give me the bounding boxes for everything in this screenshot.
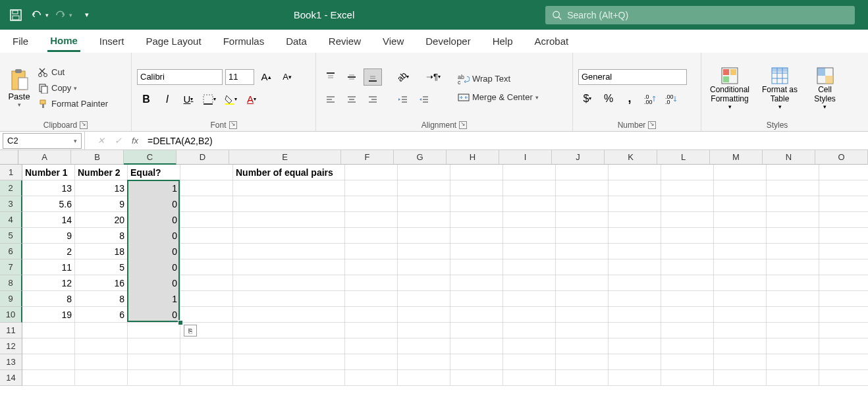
cell[interactable] <box>503 338 556 354</box>
cell[interactable] <box>819 180 868 196</box>
cell[interactable] <box>819 338 868 354</box>
tab-review[interactable]: Review <box>326 32 364 51</box>
row-header[interactable]: 9 <box>0 291 22 307</box>
cell[interactable] <box>450 370 503 386</box>
cell[interactable] <box>714 323 767 338</box>
save-icon[interactable] <box>7 6 25 24</box>
cell[interactable] <box>180 370 233 386</box>
cell[interactable] <box>714 244 767 259</box>
search-box[interactable] <box>545 6 855 24</box>
tab-page-layout[interactable]: Page Layout <box>143 32 203 51</box>
cut-button[interactable]: Cut <box>37 66 109 79</box>
fx-icon[interactable]: fx <box>126 136 144 146</box>
borders-button[interactable]: ▾ <box>200 91 219 108</box>
cell[interactable] <box>22 370 75 386</box>
select-all-corner[interactable] <box>0 150 18 165</box>
cell[interactable] <box>609 307 661 323</box>
cell[interactable] <box>233 275 345 291</box>
cell[interactable]: Number 2 <box>75 165 128 180</box>
cell[interactable] <box>503 275 556 291</box>
cell[interactable] <box>819 291 868 307</box>
row-header[interactable]: 1 <box>0 165 22 180</box>
increase-indent-icon[interactable] <box>415 91 433 108</box>
paste-button[interactable]: Paste ▾ <box>5 55 33 121</box>
cell[interactable] <box>714 354 767 370</box>
cell[interactable] <box>503 354 556 370</box>
cell[interactable] <box>345 354 398 370</box>
cell[interactable] <box>714 291 767 307</box>
font-dialog-launcher[interactable] <box>229 121 237 129</box>
cell[interactable] <box>819 370 868 386</box>
alignment-dialog-launcher[interactable] <box>459 121 467 129</box>
cell[interactable] <box>450 196 503 212</box>
cell[interactable] <box>180 212 233 228</box>
cell[interactable] <box>22 323 75 338</box>
cell[interactable] <box>450 180 503 196</box>
cell[interactable]: 8 <box>22 291 75 307</box>
cell[interactable] <box>345 291 398 307</box>
cell[interactable] <box>661 291 714 307</box>
cell[interactable] <box>556 275 609 291</box>
row-header[interactable]: 8 <box>0 275 22 291</box>
cell[interactable]: 0 <box>128 212 180 228</box>
row-header[interactable]: 3 <box>0 196 22 212</box>
cell[interactable] <box>609 165 661 180</box>
cell[interactable] <box>609 370 661 386</box>
cell[interactable] <box>450 244 503 259</box>
cell[interactable] <box>503 259 556 275</box>
cell[interactable] <box>398 165 450 180</box>
cell[interactable] <box>398 354 450 370</box>
accounting-format-icon[interactable]: $ ▾ <box>578 90 597 107</box>
font-color-button[interactable]: A▾ <box>242 91 261 108</box>
cell[interactable] <box>767 338 819 354</box>
cell[interactable]: 1 <box>128 291 180 307</box>
cell[interactable] <box>661 370 714 386</box>
cell[interactable] <box>180 338 233 354</box>
cell[interactable] <box>767 259 819 275</box>
autofill-options-icon[interactable]: ⎘ <box>184 325 197 337</box>
comma-format-icon[interactable]: , <box>620 90 639 107</box>
cell[interactable]: 12 <box>22 275 75 291</box>
cell[interactable] <box>345 370 398 386</box>
orientation-icon[interactable]: ab ▾ <box>394 68 412 86</box>
cell[interactable] <box>714 275 767 291</box>
cell[interactable] <box>345 228 398 244</box>
number-format-select[interactable] <box>578 69 687 85</box>
cell[interactable] <box>450 338 503 354</box>
cell[interactable] <box>661 323 714 338</box>
italic-button[interactable]: I <box>158 91 176 108</box>
row-header[interactable]: 12 <box>0 338 22 354</box>
cell[interactable] <box>345 196 398 212</box>
tab-home[interactable]: Home <box>47 31 80 52</box>
cell[interactable] <box>819 196 868 212</box>
decrease-font-icon[interactable]: A▾ <box>278 68 296 86</box>
cell[interactable] <box>180 307 233 323</box>
cell[interactable] <box>180 259 233 275</box>
column-header[interactable]: M <box>710 150 763 165</box>
cell[interactable] <box>819 323 868 338</box>
column-header[interactable]: H <box>447 150 499 165</box>
cell[interactable] <box>180 244 233 259</box>
fill-handle[interactable] <box>178 320 183 325</box>
cell[interactable] <box>398 196 450 212</box>
cell[interactable] <box>714 307 767 323</box>
cell[interactable] <box>819 307 868 323</box>
cell[interactable] <box>345 307 398 323</box>
tab-view[interactable]: View <box>380 32 406 51</box>
cell[interactable] <box>661 180 714 196</box>
cell[interactable] <box>503 228 556 244</box>
cell[interactable] <box>609 228 661 244</box>
column-header[interactable]: D <box>176 150 229 165</box>
cell[interactable] <box>767 275 819 291</box>
cell[interactable] <box>556 291 609 307</box>
cell[interactable] <box>180 180 233 196</box>
align-top-icon[interactable] <box>321 68 340 86</box>
cell[interactable]: 8 <box>75 228 128 244</box>
cell[interactable] <box>819 228 868 244</box>
fill-color-button[interactable]: ▾ <box>221 91 240 108</box>
cell[interactable] <box>233 212 345 228</box>
cell[interactable]: 0 <box>128 259 180 275</box>
cell[interactable]: 14 <box>22 212 75 228</box>
cell[interactable] <box>450 307 503 323</box>
row-header[interactable]: 2 <box>0 180 22 196</box>
